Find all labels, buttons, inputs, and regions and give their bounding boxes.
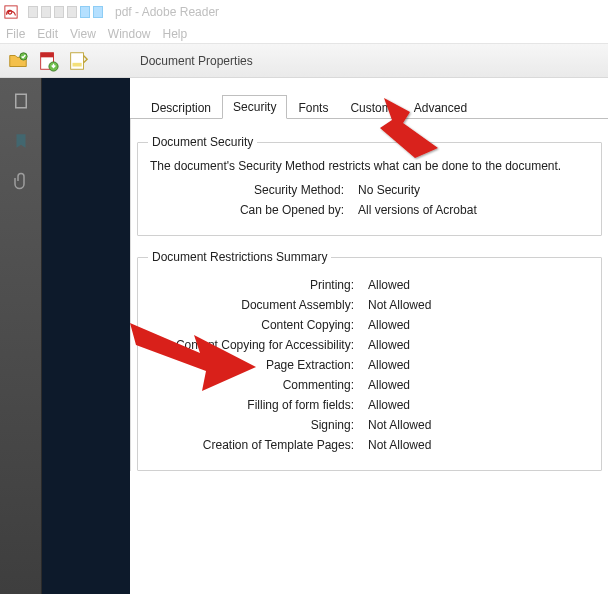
restriction-value: Allowed (368, 398, 410, 412)
save-pdf-icon[interactable] (36, 49, 60, 73)
security-description: The document's Security Method restricts… (150, 159, 591, 173)
restriction-label: Filling of form fields: (148, 398, 368, 412)
export-pdf-icon[interactable] (66, 49, 90, 73)
title-bar: pdf - Adobe Reader (0, 0, 608, 24)
dialog-title: Document Properties (140, 54, 253, 68)
properties-panel: Description Security Fonts Custom Advanc… (130, 78, 608, 594)
adobe-reader-icon (4, 5, 18, 19)
page-thumbnails-icon[interactable] (12, 92, 30, 110)
restriction-label: Page Extraction: (148, 358, 368, 372)
menu-view[interactable]: View (70, 27, 96, 41)
toolbar: Document Properties (0, 44, 608, 78)
svg-rect-6 (73, 62, 82, 66)
bookmark-icon[interactable] (12, 132, 30, 150)
page-thumb (93, 6, 103, 18)
restriction-value: Not Allowed (368, 438, 431, 452)
restriction-value: Allowed (368, 378, 410, 392)
restriction-value: Allowed (368, 278, 410, 292)
properties-tabs: Description Security Fonts Custom Advanc… (140, 92, 608, 118)
document-viewport (42, 78, 130, 594)
menu-window[interactable]: Window (108, 27, 151, 41)
document-security-group: Document Security The document's Securit… (137, 135, 602, 236)
window-title: pdf - Adobe Reader (115, 5, 219, 19)
restriction-value: Allowed (368, 338, 410, 352)
opened-by-value: All versions of Acrobat (358, 203, 477, 217)
restriction-value: Allowed (368, 358, 410, 372)
attachment-icon[interactable] (12, 172, 30, 190)
restriction-label: Document Assembly: (148, 298, 368, 312)
page-thumb (41, 6, 51, 18)
restrictions-group: Document Restrictions Summary Printing:A… (137, 250, 602, 471)
page-thumb (54, 6, 64, 18)
svg-rect-3 (41, 52, 54, 57)
restriction-value: Not Allowed (368, 418, 431, 432)
page-thumbs (28, 6, 103, 18)
tab-custom[interactable]: Custom (339, 96, 402, 119)
tab-advanced[interactable]: Advanced (403, 96, 478, 119)
menu-file[interactable]: File (6, 27, 25, 41)
menu-edit[interactable]: Edit (37, 27, 58, 41)
page-thumb (67, 6, 77, 18)
svg-rect-7 (15, 94, 26, 108)
page-thumb (28, 6, 38, 18)
opened-by-label: Can be Opened by: (148, 203, 358, 217)
tab-security[interactable]: Security (222, 95, 287, 119)
menu-bar: File Edit View Window Help (0, 24, 608, 44)
tab-fonts[interactable]: Fonts (287, 96, 339, 119)
svg-rect-5 (71, 52, 84, 69)
restriction-label: Content Copying: (148, 318, 368, 332)
restriction-value: Not Allowed (368, 298, 431, 312)
tab-description[interactable]: Description (140, 96, 222, 119)
menu-help[interactable]: Help (163, 27, 188, 41)
restriction-label: Content Copying for Accessibility: (148, 338, 368, 352)
document-security-legend: Document Security (148, 135, 257, 149)
restriction-label: Creation of Template Pages: (148, 438, 368, 452)
open-icon[interactable] (6, 49, 30, 73)
security-method-value: No Security (358, 183, 420, 197)
restriction-label: Commenting: (148, 378, 368, 392)
security-method-label: Security Method: (148, 183, 358, 197)
nav-pane (0, 78, 42, 594)
restriction-label: Printing: (148, 278, 368, 292)
restrictions-legend: Document Restrictions Summary (148, 250, 331, 264)
restriction-label: Signing: (148, 418, 368, 432)
restriction-value: Allowed (368, 318, 410, 332)
page-thumb (80, 6, 90, 18)
